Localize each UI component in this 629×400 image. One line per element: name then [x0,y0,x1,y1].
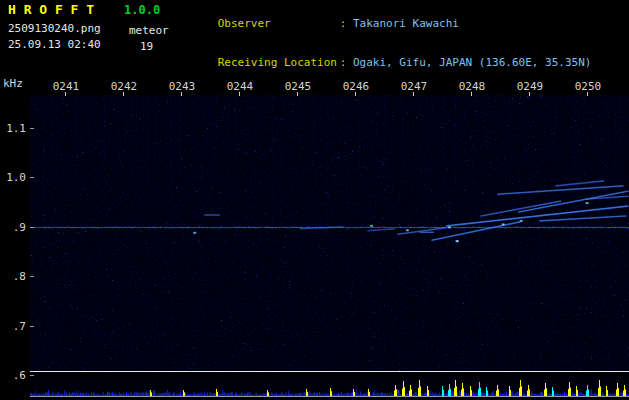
y-tick-mark [30,276,34,277]
strip-bottom-line [30,396,629,397]
time-tick-label: 0247 [399,80,429,93]
x-tick-mark [297,92,298,96]
freq-tick-label: 1.0 [2,171,26,184]
app-version: 1.0.0 [124,4,160,17]
x-tick-mark [413,92,414,96]
info-separator: : [340,56,353,69]
info-separator: : [340,17,353,30]
x-tick-mark [181,92,182,96]
x-tick-mark [123,92,124,96]
freq-tick-label: 1.1 [2,122,26,135]
freq-tick-label: .8 [2,270,26,283]
time-tick-label: 0242 [109,80,139,93]
freq-tick-label: .9 [2,221,26,234]
record-datetime: 25.09.13 02:40 [8,39,101,51]
info-label: Receiving Location [218,56,340,69]
time-tick-label: 0246 [341,80,371,93]
output-filename: 2509130240.png [8,23,101,35]
x-tick-mark [529,92,530,96]
mode-label: meteor [129,25,169,37]
x-tick-mark [471,92,472,96]
x-tick-mark [587,92,588,96]
app-title: H R O F F T [8,3,94,17]
x-tick-mark [65,92,66,96]
freq-tick-label: .6 [2,369,26,382]
time-tick-label: 0243 [167,80,197,93]
y-tick-mark [30,375,34,376]
time-tick-label: 0244 [225,80,255,93]
info-row: Observer: Takanori Kawachi [178,4,591,43]
time-tick-label: 0245 [283,80,313,93]
y-tick-mark [30,177,34,178]
y-tick-mark [30,326,34,327]
x-tick-mark [239,92,240,96]
time-tick-label: 0241 [51,80,81,93]
info-label: Observer [218,17,340,30]
echo-count: 19 [140,41,153,53]
time-tick-label: 0250 [573,80,603,93]
info-value: Ogaki, Gifu, JAPAN (136.60E, 35.35N) [353,56,591,69]
info-row: Receiving Location: Ogaki, Gifu, JAPAN (… [178,43,591,82]
freq-tick-label: .7 [2,320,26,333]
plot-bottom-line [30,371,629,372]
hrofft-output-window: H R O F F T 1.0.0 2509130240.png meteor … [0,0,629,400]
spectrogram-canvas [30,95,629,372]
y-tick-mark [30,227,34,228]
y-tick-mark [30,128,34,129]
y-axis-unit: kHz [3,77,23,90]
x-tick-mark [355,92,356,96]
power-strip-canvas [30,377,629,396]
time-tick-label: 0249 [515,80,545,93]
info-value: Takanori Kawachi [353,17,459,30]
time-tick-label: 0248 [457,80,487,93]
